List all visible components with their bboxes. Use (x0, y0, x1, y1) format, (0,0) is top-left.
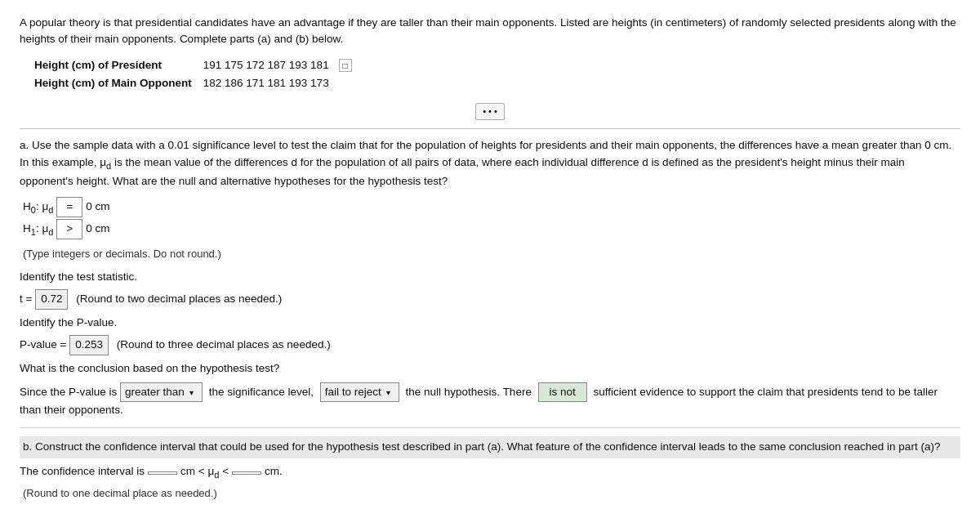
conclusion-question: What is the conclusion based on the hypo… (20, 360, 960, 377)
ellipsis-button[interactable]: • • • (475, 103, 505, 120)
ci-prefix: The confidence interval is (20, 463, 145, 480)
t-value-box[interactable]: 0.72 (35, 289, 68, 310)
ci-lower-input[interactable] (148, 471, 177, 475)
ci-upper-input[interactable] (232, 471, 261, 475)
h0-line: H0: μd = 0 cm (23, 197, 960, 217)
h1-value: 0 cm (86, 221, 109, 238)
h1-line: H1: μd > 0 cm (23, 219, 960, 239)
pvalue-note: (Round to three decimal places as needed… (117, 338, 331, 351)
since-label: Since the P-value is (20, 386, 117, 398)
ci-mu-label: cm < μd < (180, 463, 229, 482)
pvalue-label: P-value = (20, 338, 66, 351)
ci-note: (Round to one decimal place as needed.) (23, 485, 960, 502)
section-divider (20, 128, 960, 129)
hypothesis-block: H0: μd = 0 cm H1: μd > 0 cm (23, 197, 960, 239)
t-note: (Round to two decimal places as needed.) (76, 293, 282, 305)
pvalue-comparison-dropdown[interactable]: greater than (120, 382, 203, 403)
t-label: t = (20, 293, 32, 305)
intro-text: A popular theory is that presidential ca… (20, 15, 960, 48)
h0-operator-box[interactable]: = (56, 197, 82, 217)
reject-dropdown[interactable]: fail to reject (320, 382, 399, 403)
table-row2-values: 182 186 171 181 193 173 (203, 74, 337, 93)
t-result-line: t = 0.72 (Round to two decimal places as… (20, 289, 960, 310)
h0-value: 0 cm (86, 199, 109, 216)
since-mid: the significance level, (209, 386, 314, 398)
is-not-box[interactable]: is not (538, 382, 587, 403)
h1-label: H1: μd (23, 221, 53, 239)
ci-unit: cm. (265, 463, 283, 480)
table-row1-values: 191 175 172 187 193 181 (203, 56, 337, 75)
table-row2-label: Height (cm) of Main Opponent (34, 74, 203, 93)
data-table: Height (cm) of President 191 175 172 187… (34, 56, 360, 94)
expand-icon[interactable]: □ (339, 59, 352, 72)
since-rest1: the null hypothesis. There (406, 386, 532, 398)
section-b-divider (20, 427, 960, 428)
ci-line: The confidence interval is cm < μd < cm. (20, 463, 960, 482)
identify-stat-label: Identify the test statistic. (20, 269, 960, 286)
section-a-para1: In this example, μd is the mean value of… (20, 154, 960, 190)
conclusion-block: Since the P-value is greater than the si… (20, 382, 960, 420)
pvalue-result-line: P-value = 0.253 (Round to three decimal … (20, 335, 960, 355)
identify-pvalue-label: Identify the P-value. (20, 315, 960, 332)
h1-operator-box[interactable]: > (56, 219, 82, 239)
h0-label: H0: μd (23, 199, 53, 217)
section-a-question: a. Use the sample data with a 0.01 signi… (20, 137, 960, 154)
type-note: (Type integers or decimals. Do not round… (23, 246, 960, 262)
table-row1-label: Height (cm) of President (34, 56, 203, 75)
section-b-header: b. Construct the confidence interval tha… (20, 436, 960, 458)
pvalue-value-box[interactable]: 0.253 (69, 335, 109, 355)
